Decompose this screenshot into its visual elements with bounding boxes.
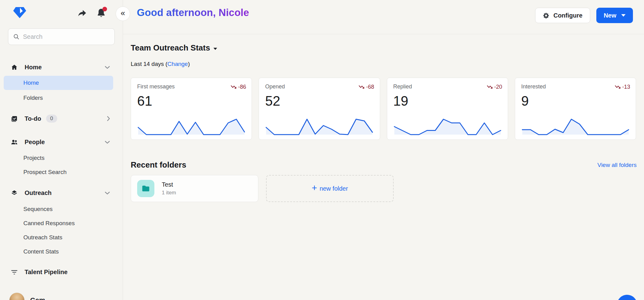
stat-card-opened[interactable]: Opened -68 52 <box>259 78 380 140</box>
configure-button[interactable]: Configure <box>535 8 590 23</box>
item-label: Home <box>23 79 39 86</box>
item-label: Sequences <box>23 206 53 213</box>
change-period-link[interactable]: Change <box>167 61 188 67</box>
sidebar-section-todo[interactable]: To-do 0 <box>4 111 119 126</box>
main-content: « Good afternoon, Nicole Configure New T… <box>123 0 644 300</box>
trend-value: -68 <box>366 84 374 90</box>
section-label: People <box>25 139 45 146</box>
sidebar-section-outreach[interactable]: Outreach <box>4 186 119 200</box>
notifications-bell-icon[interactable] <box>96 8 106 18</box>
plus-icon: + <box>312 183 317 193</box>
new-folder-label: new folder <box>320 185 348 192</box>
gem-logo[interactable] <box>12 5 27 20</box>
sidebar: Home Home Folders To-do 0 <box>0 0 123 300</box>
item-label: Canned Responses <box>23 220 75 227</box>
caret-down-icon <box>621 14 626 17</box>
trend-down-icon <box>359 85 366 90</box>
stat-label: First messages <box>137 83 245 90</box>
home-icon <box>10 64 18 71</box>
period-suffix: ) <box>188 61 190 67</box>
stat-label: Opened <box>265 83 373 90</box>
share-icon[interactable] <box>77 8 87 19</box>
section-label: Outreach <box>25 189 52 197</box>
section-label: Talent Pipeline <box>25 269 68 276</box>
folder-tile <box>137 180 154 197</box>
stat-value: 52 <box>265 93 373 109</box>
collapse-sidebar-button[interactable]: « <box>116 6 130 21</box>
sparkline-chart <box>392 117 503 136</box>
chevron-right-icon <box>107 116 110 121</box>
trend-value: -86 <box>238 84 246 90</box>
new-label: New <box>604 12 616 19</box>
sidebar-item-home[interactable]: Home <box>4 76 113 90</box>
sidebar-item-outreach-stats[interactable]: Outreach Stats <box>4 230 113 245</box>
stat-cards-row: First messages -86 61 Opened <box>131 78 636 140</box>
search-box[interactable] <box>8 28 115 45</box>
stat-card-interested[interactable]: Interested -13 9 <box>515 78 636 140</box>
folder-item-count: 1 item <box>162 190 176 196</box>
gear-icon <box>543 12 549 19</box>
sidebar-section-people[interactable]: People <box>4 135 119 149</box>
trend-value: -13 <box>622 84 630 90</box>
item-label: Folders <box>23 95 43 101</box>
trend-down-icon <box>487 85 494 90</box>
sidebar-item-content-stats[interactable]: Content Stats <box>4 245 113 259</box>
stat-value: 61 <box>137 93 245 109</box>
sidebar-item-folders[interactable]: Folders <box>4 91 113 105</box>
trend-value: -20 <box>494 84 502 90</box>
folder-icon <box>141 184 151 193</box>
search-input[interactable] <box>23 33 109 40</box>
trend-indicator: -86 <box>231 84 246 90</box>
chevron-down-icon <box>105 140 110 144</box>
sidebar-item-sequences[interactable]: Sequences <box>4 202 113 216</box>
sparkline-chart <box>264 117 375 136</box>
sparkline-chart <box>520 117 631 136</box>
new-folder-button[interactable]: + new folder <box>266 175 394 202</box>
stat-value: 9 <box>521 93 630 109</box>
stat-card-first-messages[interactable]: First messages -86 61 <box>131 78 252 140</box>
item-label: Outreach Stats <box>23 234 62 241</box>
page-title-greeting: Good afternoon, Nicole <box>137 7 249 18</box>
view-all-folders-link[interactable]: View all folders <box>598 162 637 168</box>
section-label: To-do <box>25 115 41 122</box>
item-label: Prospect Search <box>23 169 66 176</box>
people-icon <box>10 138 18 146</box>
stat-value: 19 <box>393 93 502 109</box>
item-label: Content Stats <box>23 248 59 255</box>
header-actions: Configure New <box>535 8 633 23</box>
period-label: Last 14 days ( <box>131 61 167 67</box>
search-icon <box>13 33 19 40</box>
trend-down-icon <box>231 85 238 90</box>
account-row[interactable]: Gem <box>9 293 45 300</box>
stats-title-label: Team Outreach Stats <box>131 43 210 53</box>
chevron-down-icon <box>105 66 110 69</box>
workspace-name: Gem <box>30 296 45 300</box>
folder-name: Test <box>162 181 176 188</box>
stat-card-replied[interactable]: Replied -20 19 <box>387 78 508 140</box>
caret-down-icon <box>213 48 217 50</box>
folder-card-test[interactable]: Test 1 item <box>131 175 258 202</box>
team-outreach-stats-title[interactable]: Team Outreach Stats <box>131 43 217 53</box>
sparkline-chart <box>136 117 247 136</box>
section-label: Home <box>25 64 42 71</box>
sidebar-topbar <box>0 0 123 25</box>
todo-count-badge: 0 <box>46 115 57 123</box>
sidebar-section-home[interactable]: Home <box>4 60 119 74</box>
collapse-icon: « <box>121 8 125 18</box>
stat-label: Replied <box>393 83 502 90</box>
sidebar-item-canned-responses[interactable]: Canned Responses <box>4 216 113 230</box>
trend-indicator: -68 <box>359 84 374 90</box>
trend-indicator: -20 <box>487 84 502 90</box>
configure-label: Configure <box>553 12 582 19</box>
sidebar-item-projects[interactable]: Projects <box>4 151 113 165</box>
layers-icon <box>10 189 18 197</box>
sidebar-item-prospect-search[interactable]: Prospect Search <box>4 165 113 179</box>
item-label: Projects <box>23 155 45 161</box>
filter-icon <box>10 268 18 276</box>
folders-row: Test 1 item + new folder <box>131 175 394 202</box>
trend-down-icon <box>615 85 622 90</box>
new-button[interactable]: New <box>596 8 633 23</box>
header-divider <box>123 34 644 34</box>
avatar <box>9 293 25 300</box>
sidebar-section-talent-pipeline[interactable]: Talent Pipeline <box>4 265 119 279</box>
